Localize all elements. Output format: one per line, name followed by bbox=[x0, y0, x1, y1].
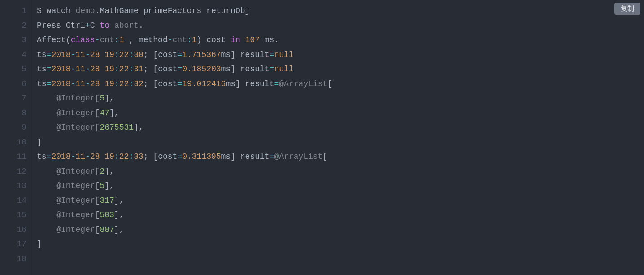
code-token: 2018 bbox=[51, 152, 70, 161]
code-token: = bbox=[177, 65, 182, 74]
code-token: 503 bbox=[100, 210, 114, 219]
code-token: ], bbox=[104, 181, 114, 190]
code-token bbox=[37, 109, 56, 118]
code-token: : bbox=[187, 35, 192, 44]
code-token: abort bbox=[114, 21, 139, 30]
code-content[interactable]: $ watch demo.MathGame primeFactors retur… bbox=[31, 0, 644, 275]
code-token: = bbox=[47, 79, 52, 88]
code-token: ms] result bbox=[221, 152, 270, 161]
code-token: 19 bbox=[104, 50, 114, 59]
code-token: 0.185203 bbox=[182, 65, 221, 74]
line-number-gutter: 123456789101112131415161718 bbox=[0, 0, 31, 275]
code-token: = bbox=[270, 65, 274, 74]
code-token: 11 bbox=[75, 65, 85, 74]
code-line: @Integer[317], bbox=[37, 193, 644, 208]
copy-button[interactable]: 复制 bbox=[614, 3, 640, 15]
code-token: = bbox=[47, 50, 52, 59]
code-token: ts bbox=[37, 152, 47, 161]
code-token: - bbox=[71, 65, 76, 74]
code-line: @Integer[5], bbox=[37, 179, 644, 193]
code-token: 33 bbox=[134, 152, 144, 161]
code-token: 1 bbox=[192, 35, 197, 44]
line-number: 17 bbox=[0, 237, 26, 252]
code-line: ] bbox=[37, 135, 644, 150]
code-token: [ bbox=[95, 94, 100, 103]
code-token: = bbox=[274, 79, 279, 88]
code-token: 317 bbox=[100, 196, 114, 205]
code-token: @Integer bbox=[56, 196, 95, 205]
code-token: ms] result bbox=[221, 65, 270, 74]
code-token bbox=[109, 21, 114, 30]
code-token: = bbox=[177, 152, 182, 161]
code-token: - bbox=[85, 65, 90, 74]
code-token: 0.311395 bbox=[182, 152, 221, 161]
code-line: ts=2018-11-28 19:22:33; [cost=0.311395ms… bbox=[37, 149, 644, 164]
code-token: : bbox=[129, 79, 134, 88]
code-line: $ watch demo.MathGame primeFactors retur… bbox=[37, 4, 644, 18]
code-token: 5 bbox=[100, 94, 104, 103]
code-token bbox=[100, 65, 104, 74]
code-token: : bbox=[114, 50, 119, 59]
code-token: 2018 bbox=[51, 65, 70, 74]
code-token: 2675531 bbox=[100, 123, 134, 132]
code-token: 1 bbox=[119, 35, 124, 44]
code-token: Press Ctrl bbox=[37, 21, 85, 30]
line-number: 7 bbox=[0, 91, 26, 106]
code-token: $ watch bbox=[37, 6, 75, 15]
code-token: ts bbox=[37, 79, 47, 88]
code-line: @Integer[5], bbox=[37, 91, 644, 106]
code-token: ; [cost bbox=[144, 152, 178, 161]
line-number: 1 bbox=[0, 4, 26, 18]
code-token: 32 bbox=[134, 79, 144, 88]
code-line: @Integer[503], bbox=[37, 208, 644, 223]
code-token: 22 bbox=[119, 152, 129, 161]
code-token: 2018 bbox=[51, 79, 70, 88]
line-number: 4 bbox=[0, 48, 26, 62]
code-token: - bbox=[85, 152, 90, 161]
code-token bbox=[37, 167, 56, 176]
code-line: @Integer[47], bbox=[37, 106, 644, 121]
code-token: [ bbox=[95, 196, 100, 205]
line-number: 10 bbox=[0, 135, 26, 150]
code-token: - bbox=[85, 79, 90, 88]
code-token: : bbox=[114, 35, 119, 44]
line-number: 15 bbox=[0, 208, 26, 223]
code-token: ts bbox=[37, 50, 47, 59]
code-token: null bbox=[274, 50, 293, 59]
code-line: Press Ctrl+C to abort. bbox=[37, 18, 644, 33]
code-token: @Integer bbox=[56, 181, 95, 190]
line-number: 5 bbox=[0, 62, 26, 77]
code-token: 887 bbox=[100, 225, 114, 234]
code-token: .MathGame primeFactors returnObj bbox=[95, 6, 250, 15]
code-token: 19 bbox=[104, 152, 114, 161]
code-token: [ bbox=[95, 167, 100, 176]
code-token: : bbox=[129, 50, 134, 59]
code-token: 11 bbox=[75, 79, 85, 88]
code-token: [ bbox=[95, 210, 100, 219]
code-token: ], bbox=[114, 196, 124, 205]
code-token: : bbox=[129, 152, 134, 161]
line-number: 3 bbox=[0, 33, 26, 48]
code-line: ts=2018-11-28 19:22:31; [cost=0.185203ms… bbox=[37, 62, 644, 77]
code-token: 5 bbox=[100, 181, 104, 190]
code-token: : bbox=[114, 65, 119, 74]
code-token: 22 bbox=[119, 65, 129, 74]
code-token: 11 bbox=[75, 50, 85, 59]
code-token: = bbox=[47, 152, 52, 161]
code-block: 123456789101112131415161718 $ watch demo… bbox=[0, 0, 644, 275]
code-token: @Integer bbox=[56, 210, 95, 219]
line-number: 6 bbox=[0, 77, 26, 92]
code-token bbox=[37, 210, 56, 219]
code-token: - bbox=[71, 79, 76, 88]
code-line: ] bbox=[37, 237, 644, 252]
code-token: = bbox=[270, 50, 274, 59]
code-token: 28 bbox=[90, 65, 100, 74]
code-token: cnt bbox=[100, 35, 114, 44]
code-token: 19 bbox=[104, 65, 114, 74]
code-token: 2 bbox=[100, 167, 104, 176]
code-token: = bbox=[177, 79, 182, 88]
line-number: 18 bbox=[0, 252, 26, 266]
code-token: = bbox=[177, 50, 182, 59]
line-number: 9 bbox=[0, 120, 26, 135]
code-token: . bbox=[139, 21, 144, 30]
